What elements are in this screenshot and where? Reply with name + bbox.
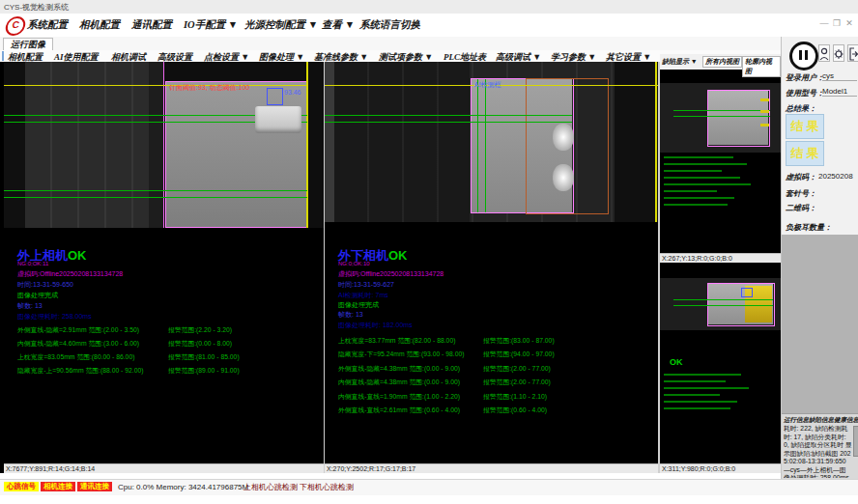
qr-code-label: 二维码： — [786, 203, 816, 213]
result-badge-1: 结 果 — [786, 114, 824, 139]
pause-icon — [799, 50, 802, 60]
model-label: 使用型号： — [786, 88, 824, 98]
user-login-button[interactable] — [818, 44, 830, 62]
small-view-2[interactable]: OK X:311;Y:980;R:0;G:0;B:0 — [660, 263, 781, 473]
pause-button[interactable] — [789, 42, 818, 70]
minimize-button[interactable]: — — [819, 17, 829, 29]
result-text-line — [664, 156, 733, 158]
middle-camera-view[interactable]: AI检测框 外下相机OK NG:0;OK:10 虚拟码:Offline20250… — [325, 62, 658, 473]
menu-system-config[interactable]: 系统配置 — [27, 18, 68, 32]
measure-green-line — [4, 197, 307, 198]
menu-bar — [0, 14, 858, 38]
left-time: 时间:13-31-59-650 — [17, 280, 73, 290]
exit-icon — [848, 46, 858, 62]
alarm-range: 报警范围:(0.60 - 4.00) — [483, 406, 547, 415]
small1-coord-bar: X:267;Y:13;R:0;G:0;B:0 — [660, 253, 781, 263]
defect-display-bar: 缺陷显示 ▼ 所有内视图 轮廓内视图 — [660, 54, 781, 70]
baseline-yellow-v — [306, 62, 308, 228]
user-icon — [819, 46, 829, 62]
middle-coord-bar: X:270;Y:2502;R:17;G:17;B:17 — [325, 463, 658, 473]
right-panel: 登录用户： cys 使用型号： Model1 总结果： 结 果 结 果 虚拟码：… — [781, 37, 858, 479]
login-user-value[interactable]: cys — [822, 71, 857, 81]
alarm-range: 报警范围:(94.00 - 97.00) — [483, 350, 555, 359]
result-badge-2: 结 果 — [786, 141, 824, 166]
left-camera-view[interactable]: 93.46 针面阈值:93, 动态阈值:100 外上相机OK NG:0;OK:1… — [4, 62, 324, 473]
result-text-line — [664, 183, 751, 185]
tab-contour-inner-view[interactable]: 轮廓内视图 — [742, 56, 781, 77]
measurement-row: 上枕宽度=83.05mm 范围:(80.00 - 86.00) — [17, 352, 134, 362]
close-button[interactable]: ✕ — [844, 17, 854, 29]
measurement-row: 内侧直线-隐藏=4.38mm 范围:(0.00 - 9.00) — [338, 378, 460, 387]
measurement-row: 内侧直线-直线=1.90mm 范围:(1.00 - 2.20) — [338, 392, 460, 402]
result-text-line — [664, 170, 722, 172]
middle-process-done: 图像处理完成 — [338, 300, 379, 310]
scene-panel-stripes — [25, 62, 149, 228]
cpu-memory-text: Cpu: 0.0% Memory: 3424.41796875M — [118, 482, 248, 492]
roi-blue-box — [741, 288, 753, 297]
camera-link-badge: 相机连接 — [41, 482, 75, 491]
measurement-row: 隐藏宽度-上=90.56mm 范围:(88.00 - 92.00) — [17, 366, 144, 376]
result-text-line — [664, 190, 717, 192]
left-process-time: 图像处理耗时: 258.00ms — [17, 312, 92, 322]
menu-comm-config[interactable]: 通讯配置 — [131, 18, 172, 32]
alarm-range: 报警范围:(2.00 - 77.00) — [483, 378, 551, 387]
result-text-line — [664, 387, 749, 389]
result-text-line — [664, 394, 720, 396]
middle-camera-image[interactable]: AI检测框 — [325, 62, 658, 222]
measure-green-vline — [485, 79, 486, 212]
small2-ok-label: OK — [670, 357, 683, 367]
middle-ng-ok-counter: NG:0;OK:10 — [338, 261, 370, 266]
defect-display-label[interactable]: 缺陷显示 ▼ — [662, 57, 698, 67]
tab-all-inner-view[interactable]: 所有内视图 — [702, 56, 742, 68]
info-box: 运行信息 缺陷信息 健康信息 耗时: 222, 缺陷检测耗时: 17, 缺陷分类… — [782, 413, 858, 479]
panel-spacer — [782, 235, 858, 413]
upper-camera-heartbeat-link[interactable]: 上相机心跳检测 — [243, 482, 298, 492]
lower-camera-heartbeat-link[interactable]: 下相机心跳检测 — [300, 482, 354, 492]
measurement-row: 外侧直线-隐藏=2.91mm 范围:(2.00 - 3.50) — [17, 325, 139, 335]
model-value[interactable]: Model1 — [822, 87, 857, 97]
defect-mark — [760, 98, 769, 101]
defect-mark — [760, 124, 769, 126]
connector-part — [255, 106, 301, 133]
measure-green-line — [325, 122, 572, 123]
settings-button[interactable] — [833, 44, 844, 62]
left-camera-image[interactable]: 93.46 针面阈值:93, 动态阈值:100 — [4, 62, 324, 228]
measure-green-vline — [477, 79, 478, 212]
small2-coord-bar: X:311;Y:980;R:0;G:0;B:0 — [660, 463, 781, 473]
roi-pink-box — [165, 81, 308, 228]
alarm-range: 报警范围:(2.20 - 3.20) — [168, 325, 232, 335]
exit-button[interactable] — [847, 44, 858, 62]
measurement-row: 上枕宽度=83.77mm 范围:(82.00 - 88.00) — [338, 336, 455, 346]
total-result-label: 总结果： — [786, 103, 816, 114]
measurement-row: 外侧直线-隐藏=4.38mm 范围:(0.00 - 9.00) — [338, 364, 460, 374]
highlight-blob — [553, 164, 574, 191]
roi-blue-box — [267, 88, 283, 105]
tab-health-info[interactable]: 健康信息 — [834, 416, 858, 425]
maximize-button[interactable]: ❐ — [832, 17, 842, 29]
ai-box-label: AI检测框 — [474, 80, 501, 90]
info-scrollbar[interactable] — [853, 426, 858, 457]
tab-run-info[interactable]: 运行信息 — [784, 416, 809, 425]
menu-io-config[interactable]: IO手配置 ▼ — [184, 18, 238, 32]
gear-icon — [834, 46, 844, 62]
left-status-ok: OK — [68, 248, 87, 263]
result-text-line — [664, 407, 730, 409]
highlight-blob — [553, 124, 574, 151]
tab-defect-info[interactable]: 缺陷信息 — [809, 416, 834, 425]
run-info-text: 耗时: 222, 缺陷检测耗时: 17, 缺陷分类耗时: 0, 缺陷提取分区耗时… — [784, 425, 852, 478]
result-text-line — [664, 380, 726, 382]
login-user-label: 登录用户： — [786, 72, 824, 83]
measure-green-line — [673, 110, 770, 111]
toolbar-grip — [2, 51, 4, 61]
tab-run-image[interactable]: 运行图像 — [3, 38, 53, 51]
menu-language-switch[interactable]: 系统语言切换 — [359, 18, 420, 32]
tab-row — [0, 37, 858, 51]
roi-magenta-line — [163, 62, 164, 228]
small-view-1[interactable]: X:267;Y:13;R:0;G:0;B:0 — [660, 70, 781, 263]
measurement-row: 内侧直线-隐藏=4.60mm 范围:(3.00 - 6.00) — [17, 339, 139, 349]
measure-green-line — [673, 305, 773, 306]
menu-camera-config[interactable]: 相机配置 — [79, 18, 120, 32]
alarm-range: 报警范围:(89.00 - 91.00) — [168, 366, 240, 376]
menu-view[interactable]: 查看 ▼ — [322, 18, 355, 32]
menu-light-config[interactable]: 光源控制配置 ▼ — [244, 18, 318, 32]
